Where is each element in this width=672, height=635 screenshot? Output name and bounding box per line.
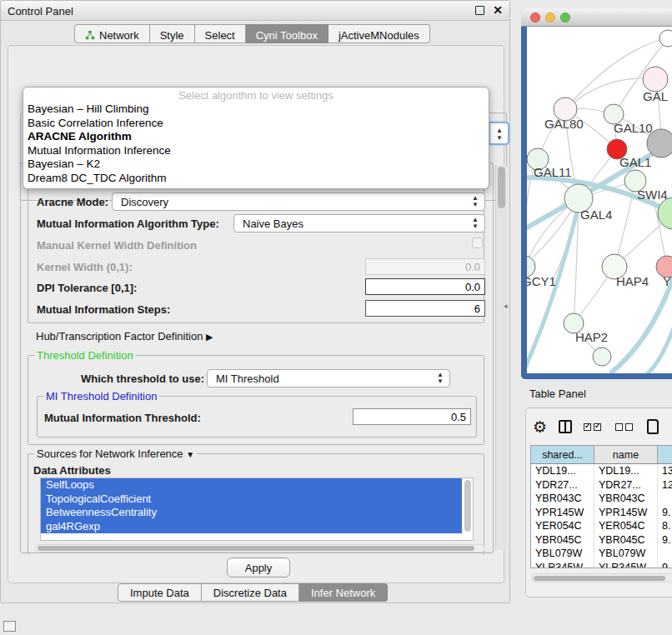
- table-cell: 8.: [658, 519, 672, 533]
- close-traffic-light[interactable]: [530, 12, 540, 22]
- table-cell: YDR27...: [594, 478, 658, 492]
- data-attributes-list[interactable]: SelfLoopsTopologicalCoefficientBetweenne…: [40, 478, 474, 541]
- table-cell: YLR345W: [531, 561, 594, 569]
- network-node[interactable]: [658, 198, 672, 229]
- table-row[interactable]: YBL079WYBL079W: [531, 547, 672, 561]
- list-scrollbar[interactable]: [464, 480, 471, 532]
- select-all-checks-icon[interactable]: [584, 419, 604, 434]
- algorithm-dropdown-popup: Select algorithm to view settings Bayesi…: [23, 87, 489, 189]
- aracne-mode-combo[interactable]: Discovery ▲▼: [112, 192, 485, 211]
- network-node[interactable]: [647, 129, 672, 158]
- network-node-label: HAP4: [616, 274, 649, 288]
- combo-arrows-icon: ▲▼: [437, 372, 444, 385]
- tab-infer-network[interactable]: Infer Network: [299, 583, 388, 602]
- table-row[interactable]: YDR27...YDR27...12: [531, 478, 672, 492]
- table-toolbar: ⚙: [533, 417, 659, 437]
- mi-threshold-group: MI Threshold Definition Mutual Informati…: [37, 396, 477, 438]
- mi-threshold-field[interactable]: 0.5: [353, 408, 471, 425]
- float-window-icon[interactable]: [475, 6, 484, 15]
- control-panel-tabstrip: Network Style Select Cyni Toolbox jActiv…: [74, 24, 430, 43]
- column-header-shared-name[interactable]: shared...: [531, 446, 594, 463]
- minimized-panel-icon[interactable]: [3, 621, 16, 632]
- table-cell: [658, 492, 672, 506]
- cyni-algorithm-settings-group: Cyni Algorithm Settings Algorithm Defini…: [20, 162, 494, 553]
- table-row[interactable]: YPR145WYPR145W9.: [531, 506, 672, 520]
- table-cell: 9.: [658, 533, 672, 548]
- table-row[interactable]: YDL19...YDL19...13: [531, 464, 672, 478]
- table-hscrollbar[interactable]: [531, 573, 672, 582]
- manual-kernel-checkbox[interactable]: [472, 238, 483, 248]
- table-cell: YBR045C: [531, 533, 594, 548]
- network-node[interactable]: [593, 348, 611, 366]
- tab-style[interactable]: Style: [150, 24, 195, 43]
- network-node-label: GCY1: [527, 274, 556, 288]
- table-cell: YLR345W: [594, 561, 658, 569]
- tab-jactivemnodules[interactable]: jActiveMNodules: [328, 24, 430, 43]
- tab-network[interactable]: Network: [74, 24, 150, 43]
- algorithm-option[interactable]: Bayesian – Hill Climbing: [23, 102, 489, 117]
- hub-definition-toggle[interactable]: Hub/Transcription Factor Definition ▶: [36, 330, 213, 342]
- gear-icon[interactable]: ⚙: [533, 419, 547, 435]
- attribute-item[interactable]: gal4RGexp: [41, 520, 462, 534]
- node-table[interactable]: shared... name YDL19...YDL19...13YDR27..…: [530, 445, 672, 568]
- settings-scrollbar[interactable]: [495, 165, 507, 550]
- tab-cyni-toolbox[interactable]: Cyni Toolbox: [246, 24, 328, 43]
- zoom-traffic-light[interactable]: [560, 12, 570, 22]
- deselect-all-checks-icon[interactable]: [615, 419, 635, 434]
- algorithm-option[interactable]: Mutual Information Inference: [23, 144, 489, 158]
- network-node-label: HAP2: [575, 330, 608, 344]
- mi-threshold-label: Mutual Information Threshold:: [44, 412, 201, 424]
- tab-discretize-data[interactable]: Discretize Data: [202, 583, 299, 602]
- table-cell: YBL079W: [594, 547, 658, 561]
- algorithm-definition-group: Algorithm Definition Aracne Mode: Discov…: [28, 182, 484, 323]
- kernel-width-field[interactable]: 0.0: [365, 258, 485, 275]
- panel-divider-handle[interactable]: ◂: [504, 302, 508, 310]
- column-header-name[interactable]: name: [594, 446, 658, 463]
- sources-hscrollbar[interactable]: [35, 544, 485, 552]
- algorithm-option[interactable]: ARACNE Algorithm: [23, 130, 489, 144]
- table-row[interactable]: YER054CYER054C8.: [531, 519, 672, 533]
- which-threshold-label: Which threshold to use:: [81, 372, 204, 385]
- which-threshold-combo[interactable]: MI Threshold ▲▼: [207, 369, 450, 388]
- table-cell: 12: [658, 478, 672, 492]
- table-row[interactable]: YBR045CYBR045C9.: [531, 533, 672, 548]
- mi-type-combo[interactable]: Naive Bayes ▲▼: [233, 214, 485, 232]
- aracne-mode-label: Aracne Mode:: [37, 196, 108, 208]
- algorithm-option[interactable]: Basic Correlation Inference: [23, 117, 489, 131]
- network-node-label: SWI4: [637, 188, 668, 202]
- table-row[interactable]: YLR345WYLR345W9.: [531, 561, 672, 569]
- export-table-icon[interactable]: [647, 419, 659, 434]
- tab-impute-data[interactable]: Impute Data: [118, 583, 202, 602]
- columns-icon[interactable]: [559, 420, 572, 433]
- attribute-item[interactable]: TopologicalCoefficient: [41, 492, 462, 507]
- table-cell: 13: [658, 464, 672, 478]
- table-cell: YDL19...: [594, 464, 658, 478]
- dpi-tolerance-field[interactable]: 0.0: [365, 278, 485, 295]
- attribute-item[interactable]: SelfLoops: [41, 478, 462, 492]
- tab-select[interactable]: Select: [195, 24, 246, 43]
- minimize-traffic-light[interactable]: [545, 12, 555, 22]
- column-header-partial[interactable]: [658, 446, 672, 463]
- algorithm-option[interactable]: Bayesian – K2: [23, 158, 489, 172]
- control-panel-titlebar: Control Panel ✕: [1, 1, 509, 21]
- table-cell: [658, 547, 672, 561]
- network-node[interactable]: [659, 30, 672, 47]
- table-cell: YBL079W: [531, 547, 594, 561]
- mi-steps-field[interactable]: 6: [365, 300, 485, 317]
- network-node-label: GAL1: [619, 155, 651, 169]
- control-panel-window: Control Panel ✕ Network Style Select Cyn…: [0, 0, 510, 603]
- network-node[interactable]: [643, 67, 668, 92]
- table-cell: YBR043C: [531, 492, 594, 506]
- combo-arrows-icon: ▲▼: [472, 195, 479, 208]
- close-icon[interactable]: ✕: [493, 3, 503, 17]
- algorithm-dropdown-placeholder: Select algorithm to view settings: [23, 89, 489, 102]
- table-row[interactable]: YBR043CYBR043C: [531, 492, 672, 506]
- algorithm-option[interactable]: Dream8 DC_TDC Algorithm: [23, 172, 489, 186]
- algorithm-combo-fragment[interactable]: ▲▼: [489, 122, 509, 145]
- sources-title: Sources for Network Inference ▼: [34, 448, 197, 460]
- attribute-item[interactable]: BetweennessCentrality: [41, 506, 462, 520]
- collapsed-arrow-icon: ▶: [206, 332, 213, 342]
- apply-button[interactable]: Apply: [227, 558, 290, 578]
- network-canvas[interactable]: GALGAL80GAL10GAL1GAL11SWI4GAL4GCY1HAP4YH…: [527, 27, 672, 373]
- table-cell: 9.: [658, 561, 672, 569]
